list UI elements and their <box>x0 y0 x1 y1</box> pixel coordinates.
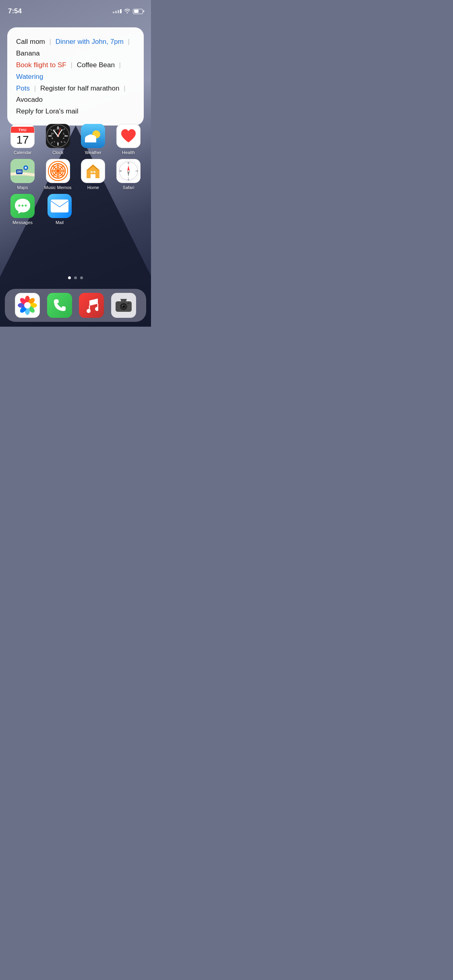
dock <box>5 289 146 322</box>
app-clock[interactable]: 12 3 6 9 1 2 4 5 7 8 10 11 <box>43 124 72 155</box>
svg-point-62 <box>22 205 24 207</box>
messages-icon-svg <box>14 198 31 214</box>
svg-text:9: 9 <box>50 134 52 137</box>
battery-icon <box>133 9 143 14</box>
widget-content: Call mom | Dinner with John, 7pm | Banan… <box>16 36 135 117</box>
app-health[interactable]: Health <box>114 124 143 155</box>
svg-point-25 <box>57 136 58 136</box>
svg-point-31 <box>88 134 93 140</box>
widget-item-watering: Watering <box>16 73 43 80</box>
widget-item-call-mom: Call mom <box>16 38 45 45</box>
svg-rect-47 <box>91 171 93 173</box>
svg-text:6: 6 <box>57 142 59 144</box>
app-grid: THU 17 Calendar <box>0 124 151 229</box>
svg-point-75 <box>24 302 31 309</box>
svg-point-61 <box>19 205 21 207</box>
widget-item-avocado: Avocado <box>16 96 43 103</box>
svg-rect-86 <box>127 303 130 304</box>
widget-item-pots: Pots <box>16 84 30 92</box>
app-music-memos[interactable]: Music Memos <box>43 159 72 190</box>
music-memos-icon-svg <box>48 161 68 181</box>
app-row-2: 280 Maps <box>8 159 143 190</box>
mail-icon-svg <box>50 199 69 213</box>
status-icons <box>113 8 143 14</box>
wifi-icon <box>124 8 130 14</box>
weather-icon-svg <box>81 124 105 148</box>
signal-icon <box>113 9 122 13</box>
app-label-health: Health <box>122 150 135 155</box>
app-messages[interactable]: Messages <box>8 194 37 225</box>
app-label-home: Home <box>87 185 99 190</box>
widget-app-label: Blink <box>0 113 151 119</box>
camera-icon-svg <box>115 298 132 313</box>
app-home[interactable]: Home <box>79 159 108 190</box>
app-calendar[interactable]: THU 17 Calendar <box>8 124 37 155</box>
status-bar: 7:54 <box>0 0 151 18</box>
svg-text:3: 3 <box>64 134 66 137</box>
widget-card[interactable]: Call mom | Dinner with John, 7pm | Banan… <box>7 27 144 126</box>
app-label-weather: Weather <box>85 150 101 155</box>
app-row-3: Messages Mail <box>8 194 143 225</box>
health-icon-svg <box>120 129 137 143</box>
svg-rect-48 <box>93 171 95 173</box>
clock-icon-svg: 12 3 6 9 1 2 4 5 7 8 10 11 <box>46 124 70 148</box>
page-dot-3 <box>80 276 83 279</box>
dock-camera[interactable] <box>111 293 136 318</box>
svg-point-85 <box>122 305 123 306</box>
photos-icon-svg <box>16 294 39 317</box>
maps-icon-svg: 280 <box>10 159 35 183</box>
safari-icon-svg: N S E W <box>117 160 140 182</box>
calendar-day-name: THU <box>11 127 34 133</box>
page-dot-1 <box>68 276 71 279</box>
app-safari[interactable]: N S E W Safari <box>114 159 143 190</box>
svg-text:10: 10 <box>51 132 54 135</box>
widget-item-banana: Banana <box>16 49 40 57</box>
svg-rect-32 <box>85 139 96 142</box>
app-mail[interactable]: Mail <box>45 194 74 225</box>
phone-icon-svg <box>53 299 66 312</box>
svg-point-63 <box>25 205 27 207</box>
svg-point-78 <box>87 309 91 313</box>
dock-phone[interactable] <box>47 293 72 318</box>
app-maps[interactable]: 280 Maps <box>8 159 37 190</box>
dock-music[interactable] <box>79 293 104 318</box>
svg-point-37 <box>25 167 27 169</box>
page-dots <box>0 276 151 279</box>
app-label-maps: Maps <box>17 185 28 190</box>
widget-item-marathon: Register for half marathon <box>40 84 120 92</box>
app-label-music-memos: Music Memos <box>44 185 72 190</box>
svg-text:W: W <box>120 170 122 172</box>
svg-text:N: N <box>128 162 129 164</box>
widget-item-coffee: Coffee Bean <box>77 61 115 69</box>
status-time: 7:54 <box>8 7 22 15</box>
app-label-safari: Safari <box>123 185 134 190</box>
app-label-mail: Mail <box>56 220 64 225</box>
widget-item-flight: Book flight to SF <box>16 61 66 69</box>
svg-text:280: 280 <box>17 170 22 173</box>
home-icon-svg <box>84 162 102 180</box>
calendar-day-num: 17 <box>16 133 29 146</box>
widget-item-dinner: Dinner with John, 7pm <box>56 38 124 45</box>
app-label-calendar: Calendar <box>14 150 32 155</box>
app-label-clock: Clock <box>52 150 64 155</box>
app-label-messages: Messages <box>12 220 33 225</box>
app-weather[interactable]: Weather <box>79 124 108 155</box>
page-dot-2 <box>74 276 77 279</box>
svg-text:12: 12 <box>56 127 60 130</box>
music-icon-svg <box>85 297 98 313</box>
svg-point-79 <box>95 307 98 311</box>
app-row-1: THU 17 Calendar <box>8 124 143 155</box>
dock-photos[interactable] <box>15 293 40 318</box>
